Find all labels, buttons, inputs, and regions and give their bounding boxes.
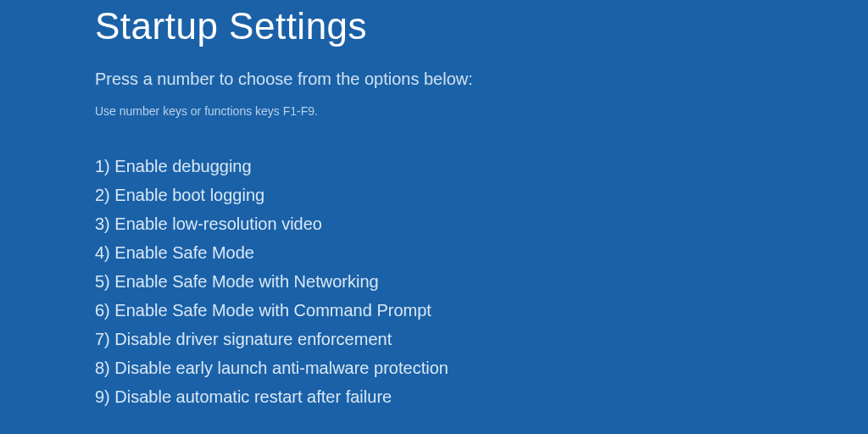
- option-label: Disable early launch anti-malware protec…: [114, 359, 448, 377]
- option-label: Enable boot logging: [114, 186, 264, 204]
- option-8[interactable]: 8) Disable early launch anti-malware pro…: [95, 357, 868, 379]
- page-title: Startup Settings: [95, 5, 868, 47]
- option-label: Enable debugging: [114, 157, 251, 175]
- option-label: Enable Safe Mode: [114, 243, 254, 262]
- option-number: 9): [95, 387, 110, 406]
- option-label: Enable Safe Mode with Networking: [114, 272, 378, 291]
- option-5[interactable]: 5) Enable Safe Mode with Networking: [95, 270, 868, 292]
- option-number: 6): [95, 301, 110, 320]
- option-label: Disable driver signature enforcement: [114, 330, 392, 348]
- option-number: 7): [95, 330, 110, 348]
- option-6[interactable]: 6) Enable Safe Mode with Command Prompt: [95, 299, 868, 321]
- options-list: 1) Enable debugging 2) Enable boot loggi…: [95, 155, 868, 408]
- option-label: Enable Safe Mode with Command Prompt: [114, 301, 431, 320]
- hint-text: Use number keys or functions keys F1-F9.: [95, 104, 868, 118]
- option-9[interactable]: 9) Disable automatic restart after failu…: [95, 386, 868, 408]
- option-label: Enable low-resolution video: [114, 214, 322, 233]
- option-number: 8): [95, 359, 110, 377]
- option-2[interactable]: 2) Enable boot logging: [95, 184, 868, 206]
- option-3[interactable]: 3) Enable low-resolution video: [95, 213, 868, 235]
- option-number: 4): [95, 243, 110, 262]
- option-number: 5): [95, 272, 110, 291]
- option-number: 3): [95, 214, 110, 233]
- option-label: Disable automatic restart after failure: [114, 387, 392, 406]
- option-number: 2): [95, 186, 110, 204]
- option-1[interactable]: 1) Enable debugging: [95, 155, 868, 177]
- option-7[interactable]: 7) Disable driver signature enforcement: [95, 328, 868, 350]
- option-number: 1): [95, 157, 110, 175]
- option-4[interactable]: 4) Enable Safe Mode: [95, 242, 868, 264]
- instruction-text: Press a number to choose from the option…: [95, 70, 868, 89]
